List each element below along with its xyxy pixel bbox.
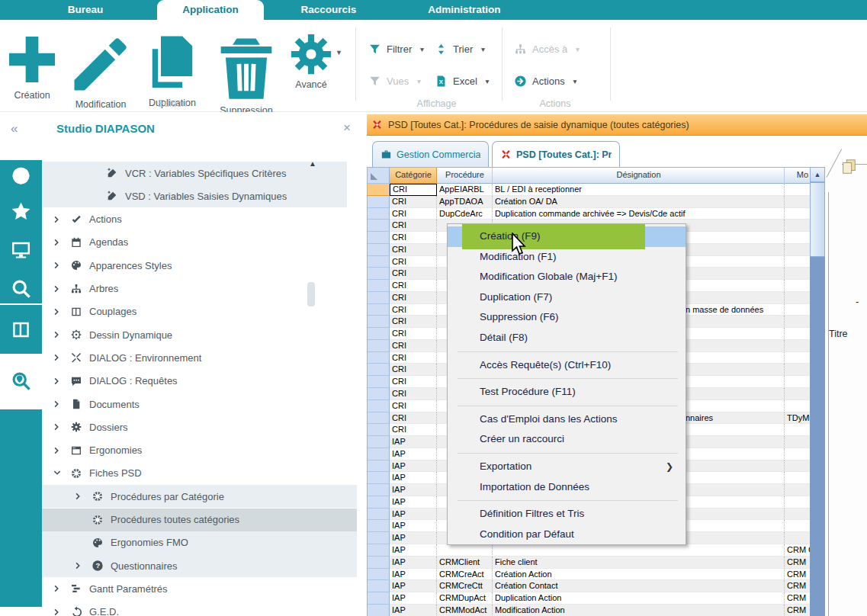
menu-item-condition-par-d-faut[interactable]: Condition par Défaut [448, 525, 686, 545]
row-gutter[interactable] [368, 388, 390, 400]
cell-cat[interactable]: IAP [390, 569, 437, 581]
cell-mo[interactable] [785, 436, 810, 448]
sidebar-item-documents[interactable]: Documents [42, 393, 357, 415]
row-gutter[interactable] [368, 208, 390, 220]
row-gutter[interactable] [368, 280, 390, 292]
sidebar-item-proc-dures-par-cat-gorie[interactable]: Procédures par Catégorie [42, 485, 357, 508]
row-gutter[interactable] [368, 256, 390, 268]
sidebar-item-actions[interactable]: Actions [42, 208, 357, 231]
cell-mo[interactable] [785, 268, 810, 280]
cell-mo[interactable] [785, 484, 810, 496]
cell-cat[interactable]: CRI [390, 220, 437, 232]
row-gutter[interactable] [368, 436, 390, 448]
sidebar-item-ergonomies-fmo[interactable]: Ergonomies FMO [42, 531, 357, 554]
menu-item-d-finition-filtres-et-tris[interactable]: Définition Filtres et Tris [448, 504, 686, 525]
sidebar-item-ergonomies[interactable]: Ergonomies [42, 439, 357, 462]
row-gutter[interactable] [368, 557, 390, 569]
cell-mo[interactable] [785, 328, 810, 340]
ribbon-button-trier[interactable]: Trier▼ [435, 43, 486, 56]
row-gutter[interactable] [368, 532, 390, 544]
sidebar-item-apparences-styles[interactable]: Apparences Styles [42, 254, 357, 277]
cell-mo[interactable] [785, 208, 810, 220]
cell-cat[interactable]: CRI [390, 280, 437, 292]
cell-cat[interactable]: CRI [390, 316, 437, 328]
cell-mo[interactable] [785, 472, 810, 484]
sidebar-item-dialog-environnement[interactable]: DIALOG : Environnement [42, 346, 357, 369]
cell-des[interactable]: Modification Action [493, 605, 785, 616]
ribbon-button-modification[interactable]: Modification [66, 29, 136, 110]
row-gutter[interactable] [368, 520, 390, 532]
ribbon-tab-raccourcis[interactable]: Raccourcis [291, 0, 367, 20]
sidebar-item-dessin-dynamique[interactable]: Dessin Dynamique [42, 323, 357, 346]
cell-mo[interactable] [785, 244, 810, 256]
cell-des[interactable]: Duplication commande archivée => Devis/C… [493, 208, 785, 220]
star-icon[interactable] [10, 201, 32, 223]
sidebar-item-gantt-param-tr-s[interactable]: Gantt Paramétrés [42, 577, 357, 600]
menu-item-suppression-f6[interactable]: Suppression (F6) [448, 307, 686, 328]
ribbon-tab-administration[interactable]: Administration [414, 0, 515, 20]
row-gutter[interactable] [368, 484, 390, 496]
cell-cat[interactable]: IAP [390, 436, 437, 448]
cell-mo[interactable]: CRM [785, 580, 810, 592]
cell-mo[interactable] [785, 280, 810, 292]
cell-cat[interactable]: CRI [390, 208, 437, 220]
row-gutter[interactable] [368, 448, 390, 460]
cell-cat[interactable]: IAP [390, 544, 437, 557]
cell-mo[interactable] [785, 352, 810, 364]
cell-cat[interactable]: IAP [390, 509, 437, 521]
cell-cat[interactable]: CRI [390, 232, 437, 244]
row-gutter[interactable] [368, 244, 390, 256]
row-gutter[interactable] [368, 605, 390, 616]
row-gutter[interactable] [368, 316, 390, 328]
cell-mo[interactable] [785, 532, 810, 544]
ribbon-button-actions[interactable]: Actions▼ [514, 75, 578, 88]
menu-item-modification-f1[interactable]: Modification (F1) [448, 247, 686, 268]
cell-cat[interactable]: IAP [390, 557, 437, 569]
cell-mo[interactable]: CRM [785, 605, 810, 616]
cell-proc[interactable] [437, 544, 493, 557]
cell-mo[interactable]: CRM [785, 592, 810, 605]
cell-proc[interactable]: CRMCreAct [437, 569, 493, 581]
table-row[interactable]: IAPCRMDupActDuplication ActionCRM [368, 592, 810, 605]
cell-mo[interactable] [785, 448, 810, 460]
cell-cat[interactable]: CRI [390, 292, 437, 304]
table-row[interactable]: CRIAppEIARBLBL / EDI à receptionner [368, 184, 810, 196]
cell-mo[interactable] [785, 340, 810, 352]
ribbon-button-excel[interactable]: XExcel▼ [435, 75, 490, 88]
sidebar-item-g-e-d[interactable]: G.E.D. [42, 601, 357, 616]
menu-item-acc-s-requ-te-s-ctrl-f10[interactable]: Accès Requête(s) (Ctrl+F10) [448, 355, 686, 376]
cell-mo[interactable] [785, 424, 810, 436]
tree-scroll-up-icon[interactable]: ▲ [309, 159, 316, 168]
sidebar-item-dialog-requ-tes[interactable]: DIALOG : Requêtes [42, 370, 357, 393]
row-gutter[interactable] [368, 196, 390, 208]
cell-cat[interactable]: CRI [390, 268, 437, 280]
cell-mo[interactable] [785, 316, 810, 328]
table-row[interactable]: IAPCRM C [368, 544, 810, 557]
row-gutter[interactable] [368, 509, 390, 521]
column-header-catgorie[interactable]: Catégorie [390, 168, 437, 184]
row-gutter[interactable] [368, 412, 390, 425]
cell-mo[interactable] [785, 256, 810, 268]
cell-mo[interactable] [785, 509, 810, 521]
cell-mo[interactable] [785, 220, 810, 232]
row-gutter[interactable] [368, 580, 390, 592]
row-gutter[interactable] [368, 292, 390, 304]
cell-cat[interactable]: CRI [390, 400, 437, 412]
cell-cat[interactable]: CRI [390, 364, 437, 376]
table-row[interactable]: CRIAppTDAOACréation OA/ DA [368, 196, 810, 208]
document-tab-2[interactable]: PSD [Toutes Cat.]: Pro... [492, 141, 620, 167]
cell-cat[interactable]: IAP [390, 592, 437, 605]
sidebar-item-vsd-variables-saisies-dynamiques[interactable]: VSD : Variables Saisies Dynamiques [42, 184, 347, 207]
cell-cat[interactable]: IAP [390, 496, 437, 509]
cell-des[interactable]: BL / EDI à receptionner [493, 184, 785, 196]
cell-proc[interactable]: CRMClient [437, 557, 493, 569]
sidebar-item-vcr-variables-sp-cifiques-crit-res[interactable]: VCR : Variables Spécifiques Critères [42, 162, 347, 184]
cell-mo[interactable]: TDyMu [785, 412, 810, 425]
cell-mo[interactable] [785, 364, 810, 376]
sidebar-item-fiches-psd[interactable]: Fiches PSD [42, 462, 357, 485]
cell-proc[interactable]: DupCdeArc [437, 208, 493, 220]
cell-cat[interactable]: IAP [390, 484, 437, 496]
row-gutter[interactable] [368, 376, 390, 388]
cell-des[interactable]: Création Action [493, 569, 785, 581]
row-gutter[interactable] [368, 268, 390, 280]
